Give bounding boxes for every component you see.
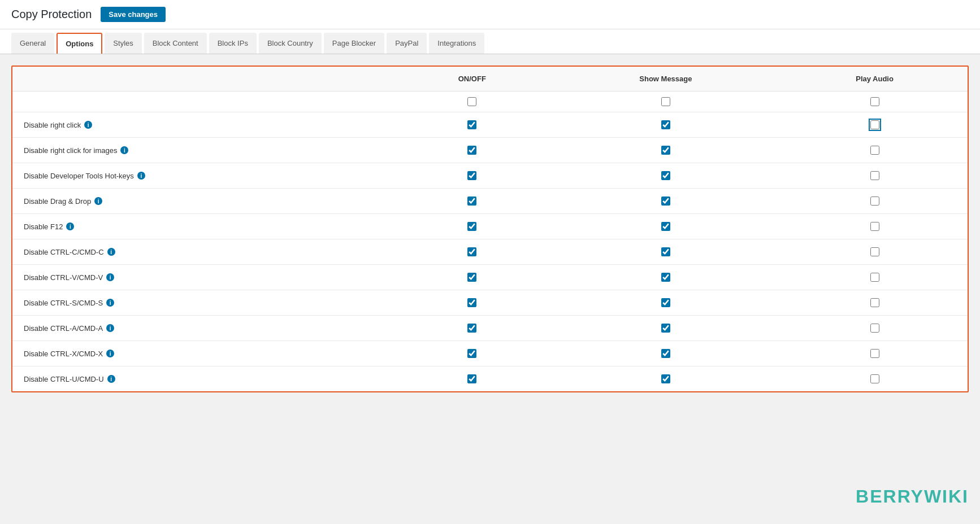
on-off-checkbox-1[interactable] (467, 146, 476, 155)
play-audio-cell-9 (782, 341, 968, 366)
on-off-cell-4 (394, 214, 550, 239)
play-audio-checkbox-8[interactable] (870, 324, 879, 333)
table-header-row: ON/OFF Show Message Play Audio (12, 67, 968, 91)
info-icon-1[interactable]: i (120, 146, 128, 154)
empty-on-off-checkbox[interactable] (467, 97, 476, 106)
play-audio-checkbox-10[interactable] (870, 374, 879, 383)
row-label-0: Disable right clicki (12, 112, 394, 138)
save-button[interactable]: Save changes (101, 7, 166, 22)
on-off-cell-9 (394, 341, 550, 366)
show-message-cell-3 (550, 189, 782, 214)
on-off-checkbox-3[interactable] (467, 197, 476, 206)
col-header-show-message: Show Message (550, 67, 782, 91)
play-audio-cell-6 (782, 265, 968, 290)
tab-styles[interactable]: Styles (105, 33, 141, 54)
show-message-cell-0 (550, 112, 782, 138)
berrywiki-watermark: BERRYWIKI (856, 486, 969, 507)
table-row: Disable Developer Tools Hot-keysi (12, 163, 968, 189)
page-wrapper: Copy Protection Save changes General Opt… (0, 0, 980, 524)
row-label-6: Disable CTRL-V/CMD-Vi (12, 265, 394, 290)
on-off-checkbox-8[interactable] (467, 324, 476, 333)
on-off-cell-3 (394, 189, 550, 214)
on-off-cell-10 (394, 366, 550, 392)
on-off-checkbox-4[interactable] (467, 222, 476, 231)
play-audio-cell-1 (782, 138, 968, 163)
info-icon-5[interactable]: i (107, 248, 115, 256)
info-icon-9[interactable]: i (106, 350, 114, 357)
tab-integrations[interactable]: Integrations (429, 33, 484, 54)
play-audio-checkbox-0[interactable] (870, 120, 879, 129)
show-message-cell-9 (550, 341, 782, 366)
row-label-7: Disable CTRL-S/CMD-Si (12, 290, 394, 316)
show-message-cell-5 (550, 239, 782, 265)
play-audio-checkbox-1[interactable] (870, 146, 879, 155)
content-area: ON/OFF Show Message Play Audio (0, 54, 980, 404)
on-off-cell-8 (394, 316, 550, 341)
page-header: Copy Protection Save changes (0, 0, 980, 29)
tab-block-ips[interactable]: Block IPs (209, 33, 257, 54)
play-audio-cell-8 (782, 316, 968, 341)
tab-block-country[interactable]: Block Country (259, 33, 322, 54)
tab-paypal[interactable]: PayPal (387, 33, 427, 54)
play-audio-checkbox-6[interactable] (870, 273, 879, 282)
play-audio-checkbox-2[interactable] (870, 171, 879, 180)
show-message-checkbox-9[interactable] (661, 349, 670, 358)
info-icon-7[interactable]: i (106, 299, 114, 307)
row-label-8: Disable CTRL-A/CMD-Ai (12, 316, 394, 341)
tab-block-content[interactable]: Block Content (144, 33, 207, 54)
show-message-checkbox-7[interactable] (661, 298, 670, 307)
tabs-bar: General Options Styles Block Content Blo… (0, 29, 980, 54)
tab-general[interactable]: General (11, 33, 54, 54)
play-audio-checkbox-7[interactable] (870, 298, 879, 307)
show-message-checkbox-10[interactable] (661, 374, 670, 383)
show-message-checkbox-0[interactable] (661, 120, 670, 129)
row-label-2: Disable Developer Tools Hot-keysi (12, 163, 394, 189)
on-off-checkbox-9[interactable] (467, 349, 476, 358)
table-row: Disable right click for imagesi (12, 138, 968, 163)
show-message-cell-8 (550, 316, 782, 341)
play-audio-checkbox-5[interactable] (870, 247, 879, 256)
play-audio-cell-2 (782, 163, 968, 189)
play-audio-checkbox-4[interactable] (870, 222, 879, 231)
tab-page-blocker[interactable]: Page Blocker (324, 33, 384, 54)
row-label-9: Disable CTRL-X/CMD-Xi (12, 341, 394, 366)
empty-play-audio (782, 91, 968, 112)
info-icon-0[interactable]: i (84, 121, 92, 129)
info-icon-3[interactable]: i (94, 197, 102, 205)
info-icon-2[interactable]: i (137, 172, 145, 180)
on-off-checkbox-0[interactable] (467, 120, 476, 129)
on-off-cell-6 (394, 265, 550, 290)
play-audio-cell-10 (782, 366, 968, 392)
info-icon-8[interactable]: i (106, 324, 114, 332)
show-message-cell-6 (550, 265, 782, 290)
on-off-checkbox-10[interactable] (467, 374, 476, 383)
show-message-checkbox-1[interactable] (661, 146, 670, 155)
table-row: Disable CTRL-C/CMD-Ci (12, 239, 968, 265)
show-message-checkbox-4[interactable] (661, 222, 670, 231)
show-message-cell-7 (550, 290, 782, 316)
on-off-checkbox-7[interactable] (467, 298, 476, 307)
play-audio-checkbox-9[interactable] (870, 349, 879, 358)
info-icon-10[interactable]: i (107, 375, 115, 383)
play-audio-checkbox-3[interactable] (870, 197, 879, 206)
show-message-checkbox-2[interactable] (661, 171, 670, 180)
table-row: Disable CTRL-X/CMD-Xi (12, 341, 968, 366)
on-off-checkbox-5[interactable] (467, 247, 476, 256)
show-message-checkbox-5[interactable] (661, 247, 670, 256)
show-message-checkbox-6[interactable] (661, 273, 670, 282)
on-off-cell-5 (394, 239, 550, 265)
info-icon-4[interactable]: i (66, 222, 74, 230)
play-audio-cell-4 (782, 214, 968, 239)
show-message-checkbox-3[interactable] (661, 197, 670, 206)
on-off-checkbox-2[interactable] (467, 171, 476, 180)
table-row: Disable right clicki (12, 112, 968, 138)
col-header-feature (12, 67, 394, 91)
on-off-checkbox-6[interactable] (467, 273, 476, 282)
info-icon-6[interactable]: i (106, 273, 114, 281)
empty-play-audio-checkbox[interactable] (870, 97, 879, 106)
col-header-play-audio: Play Audio (782, 67, 968, 91)
tab-options[interactable]: Options (57, 33, 102, 54)
empty-show-message-checkbox[interactable] (661, 97, 670, 106)
options-table-container: ON/OFF Show Message Play Audio (11, 66, 969, 392)
show-message-checkbox-8[interactable] (661, 324, 670, 333)
